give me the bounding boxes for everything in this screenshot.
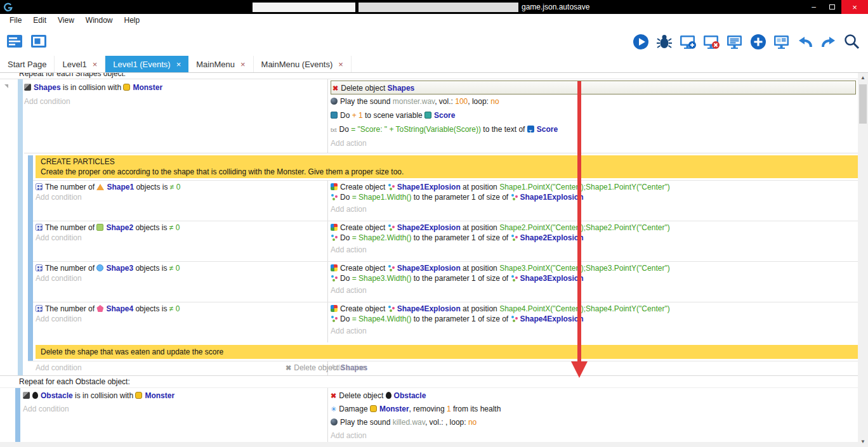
action-create-shape2explosion[interactable]: Create object Shape2Explosion at positio…: [331, 223, 858, 233]
close-tab-icon[interactable]: ×: [176, 60, 181, 69]
action-size-shape2explosion[interactable]: Do = Shape2.Width() to the parameter 1 o…: [331, 233, 858, 243]
event-row-shapes-collision[interactable]: Shapes is in collision with Monster Add …: [24, 79, 858, 153]
tab-level1[interactable]: Level1 ×: [55, 56, 105, 72]
event-row-shape2[interactable]: The number of Shape2 objects is ≠ 0 Add …: [28, 221, 858, 261]
vertical-scrollbar[interactable]: ▲ ▼: [858, 73, 868, 447]
particles-icon: [388, 224, 395, 231]
add-condition-link[interactable]: Add condition: [36, 192, 327, 202]
add-action-link[interactable]: Add action: [331, 429, 858, 443]
close-tab-icon[interactable]: ×: [240, 60, 246, 69]
scroll-down-icon[interactable]: ▼: [858, 437, 868, 447]
foreach-obstacle-header[interactable]: Repeat for each Obstacle object:: [0, 376, 858, 388]
debug-icon[interactable]: [655, 32, 674, 51]
delete-icon: ✖: [286, 364, 291, 372]
add-action-link[interactable]: Add action: [331, 326, 858, 336]
action-play-sound-killed[interactable]: Play the sound killed.wav, vol.: , loop:…: [331, 416, 858, 429]
conditions-cell[interactable]: Obstacle is in collision with Monster Ad…: [23, 388, 328, 443]
add-condition-link[interactable]: Add condition: [23, 403, 327, 416]
conditions-cell[interactable]: The number of Shape3 objects is ≠ 0 Add …: [36, 262, 328, 302]
add-condition-link[interactable]: Add condition: [36, 233, 327, 243]
actions-cell[interactable]: Create object Shape2Explosion at positio…: [328, 221, 858, 261]
menu-view[interactable]: View: [52, 14, 80, 27]
add-action-link[interactable]: Add action: [331, 204, 858, 214]
tab-level1-events[interactable]: Level1 (Events) ×: [105, 56, 188, 72]
add-condition-link[interactable]: Add condition: [24, 94, 327, 108]
action-size-shape3explosion[interactable]: Do = Shape3.Width() to the parameter 1 o…: [331, 273, 858, 283]
event-row-obstacle-collision[interactable]: Obstacle is in collision with Monster Ad…: [23, 388, 858, 443]
actions-cell[interactable]: Create object Shape3Explosion at positio…: [328, 262, 858, 302]
fold-marker-icon[interactable]: [4, 84, 8, 88]
maximize-button[interactable]: [823, 0, 841, 14]
actions-cell[interactable]: ✖Delete object Obstacle ✳Damage Monster,…: [328, 388, 858, 443]
action-set-text[interactable]: txtDo = "Score: " + ToString(Variable(Sc…: [331, 122, 858, 136]
action-size-shape1explosion[interactable]: Do = Shape1.Width() to the parameter 1 o…: [331, 192, 858, 202]
condition-shapes-collision[interactable]: Shapes is in collision with Monster: [24, 81, 327, 94]
action-delete-shapes[interactable]: ✖Delete object Shapes: [331, 81, 856, 94]
condition-shape1-count[interactable]: The number of Shape1 objects is ≠ 0: [36, 182, 327, 192]
add-action-link[interactable]: Add action: [331, 363, 858, 373]
add-condition-link[interactable]: Add condition: [36, 314, 327, 324]
tab-mainmenu-events[interactable]: MainMenu (Events) ×: [254, 56, 352, 72]
edit-scene-icon[interactable]: [772, 32, 791, 51]
delete-scene-icon[interactable]: [702, 32, 721, 51]
menu-edit[interactable]: Edit: [27, 14, 52, 27]
action-create-shape4explosion[interactable]: Create object Shape4Explosion at positio…: [331, 304, 858, 314]
scene-list-icon[interactable]: [725, 32, 744, 51]
condition-shape4-count[interactable]: The number of Shape4 objects is ≠ 0: [36, 304, 327, 314]
comment-delete-shape[interactable]: Delete the shape that was eaten and upda…: [36, 345, 858, 359]
tab-mainmenu[interactable]: MainMenu ×: [188, 56, 253, 72]
comment-create-particles[interactable]: CREATE PARTICLES Create the proper one a…: [36, 155, 858, 178]
action-delete-obstacle[interactable]: ✖Delete object Obstacle: [331, 389, 858, 403]
action-scene-variable[interactable]: Do + 1 to scene variable Score: [331, 108, 858, 122]
add-object-icon[interactable]: [749, 32, 768, 51]
scroll-up-icon[interactable]: ▲: [858, 73, 868, 83]
minimize-button[interactable]: –: [805, 0, 823, 14]
open-project-icon[interactable]: [5, 32, 24, 51]
add-scene-icon[interactable]: [678, 32, 697, 51]
tab-start-page[interactable]: Start Page: [0, 56, 55, 72]
actions-cell[interactable]: Create object Shape1Explosion at positio…: [328, 181, 858, 221]
action-damage-monster[interactable]: ✳Damage Monster, removing 1 from its hea…: [331, 403, 858, 416]
scrollbar-thumb[interactable]: [859, 84, 867, 124]
particles-icon: [331, 275, 338, 282]
search-icon[interactable]: [843, 32, 862, 51]
event-row-empty[interactable]: Add condition Add action ✖Delete object …: [28, 361, 858, 375]
conditions-cell[interactable]: Add condition: [36, 361, 328, 375]
add-action-link[interactable]: Add action: [331, 136, 858, 150]
conditions-cell[interactable]: The number of Shape4 objects is ≠ 0 Add …: [36, 302, 328, 342]
export-project-icon[interactable]: [29, 32, 48, 51]
event-row-shape1[interactable]: The number of Shape1 objects is ≠ 0 Add …: [28, 180, 858, 221]
add-action-link[interactable]: Add action: [331, 245, 858, 255]
add-condition-link[interactable]: Add condition: [36, 273, 327, 283]
create-object-icon: [331, 183, 338, 190]
condition-obstacle-collision[interactable]: Obstacle is in collision with Monster: [23, 389, 327, 403]
action-create-shape3explosion[interactable]: Create object Shape3Explosion at positio…: [331, 263, 858, 273]
condition-shape2-count[interactable]: The number of Shape2 objects is ≠ 0: [36, 223, 327, 233]
add-action-link[interactable]: Add action: [331, 285, 858, 295]
actions-cell[interactable]: Add action: [328, 361, 858, 375]
horizontal-scrollbar[interactable]: [0, 442, 858, 447]
menu-help[interactable]: Help: [119, 14, 146, 27]
actions-cell[interactable]: Create object Shape4Explosion at positio…: [328, 302, 858, 342]
add-condition-link[interactable]: Add condition: [36, 363, 327, 373]
action-play-sound[interactable]: Play the sound monster.wav, vol.: 100, l…: [331, 94, 858, 108]
conditions-cell[interactable]: The number of Shape1 objects is ≠ 0 Add …: [36, 181, 328, 221]
event-row-shape4[interactable]: The number of Shape4 objects is ≠ 0 Add …: [28, 302, 858, 342]
toolbar: [0, 27, 868, 56]
action-create-shape1explosion[interactable]: Create object Shape1Explosion at positio…: [331, 182, 858, 192]
close-button[interactable]: ×: [841, 0, 868, 14]
conditions-cell[interactable]: Shapes is in collision with Monster Add …: [24, 79, 328, 153]
condition-shape3-count[interactable]: The number of Shape3 objects is ≠ 0: [36, 263, 327, 273]
close-tab-icon[interactable]: ×: [338, 60, 343, 69]
menu-file[interactable]: File: [4, 14, 27, 27]
undo-icon[interactable]: [796, 32, 815, 51]
close-tab-icon[interactable]: ×: [93, 60, 98, 69]
foreach-shapes-header[interactable]: Repeat for each Shapes object:: [0, 73, 858, 79]
event-row-shape3[interactable]: The number of Shape3 objects is ≠ 0 Add …: [28, 261, 858, 302]
play-preview-icon[interactable]: [631, 32, 650, 51]
actions-cell[interactable]: ✖Delete object Shapes Play the sound mon…: [328, 79, 858, 153]
conditions-cell[interactable]: The number of Shape2 objects is ≠ 0 Add …: [36, 221, 328, 261]
menu-window[interactable]: Window: [80, 14, 119, 27]
redo-icon[interactable]: [819, 32, 838, 51]
action-size-shape4explosion[interactable]: Do = Shape4.Width() to the parameter 1 o…: [331, 314, 858, 324]
